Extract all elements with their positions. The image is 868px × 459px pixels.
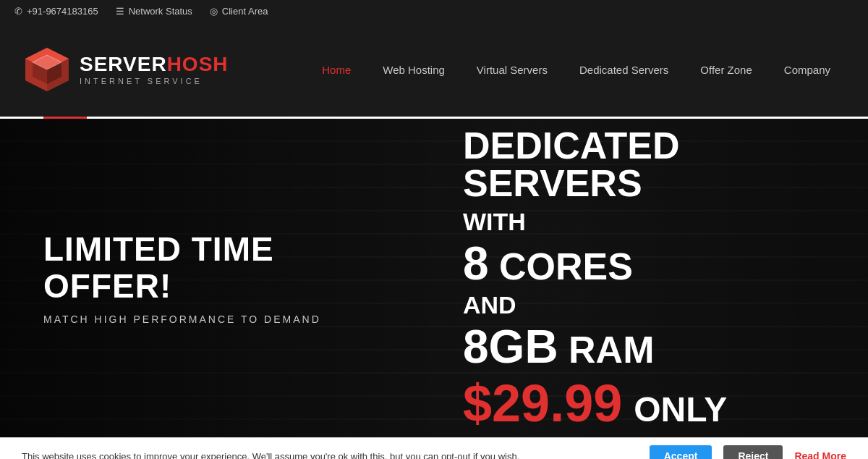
hero-content: LIMITED TIME OFFER! MATCH HIGH PERFORMAN…: [0, 119, 868, 437]
nav-company[interactable]: Company: [768, 22, 846, 117]
network-status-label: Network Status: [129, 6, 192, 17]
phone-link[interactable]: ✆ +91-9674183165: [14, 6, 98, 17]
hero-left: LIMITED TIME OFFER! MATCH HIGH PERFORMAN…: [43, 119, 405, 437]
hero-offer-title: LIMITED TIME OFFER!: [43, 231, 405, 304]
logo-name-part2: HOSH: [167, 53, 229, 75]
network-icon: ☰: [116, 6, 124, 17]
nav-home[interactable]: Home: [306, 22, 367, 117]
header: SERVERHOSH INTERNET SERVICE Home Web Hos…: [0, 22, 868, 117]
nav-offer-zone[interactable]: Offer Zone: [684, 22, 767, 117]
hero-cores: 8 CORES: [463, 240, 633, 287]
hero-ram-label: RAM: [569, 329, 654, 371]
hero-and-label: AND: [463, 291, 516, 319]
logo-name: SERVERHOSH: [80, 54, 229, 75]
cookie-message: This website uses cookies to improve you…: [22, 451, 638, 460]
cookie-read-more-link[interactable]: Read More: [794, 450, 846, 459]
nav-web-hosting[interactable]: Web Hosting: [367, 22, 461, 117]
client-area-link[interactable]: ◎ Client Area: [210, 6, 268, 17]
network-status-link[interactable]: ☰ Network Status: [116, 6, 192, 17]
hero-price-value: $29.99: [463, 377, 622, 429]
client-area-label: Client Area: [222, 6, 268, 17]
main-nav: Home Web Hosting Virtual Servers Dedicat…: [306, 22, 846, 117]
nav-virtual-servers[interactable]: Virtual Servers: [461, 22, 563, 117]
logo-icon: [22, 44, 72, 95]
hero-price: $29.99 ONLY: [463, 377, 727, 429]
phone-icon: ✆: [14, 6, 22, 17]
client-icon: ◎: [210, 6, 218, 17]
hero-cores-label: CORES: [499, 245, 633, 287]
hero-ram-num: 8GB: [463, 321, 558, 373]
cookie-reject-button[interactable]: Reject: [723, 445, 783, 459]
hero-banner: LIMITED TIME OFFER! MATCH HIGH PERFORMAN…: [0, 119, 868, 437]
hero-with-label: WITH: [463, 208, 526, 236]
topbar: ✆ +91-9674183165 ☰ Network Status ◎ Clie…: [0, 0, 868, 22]
nav-dedicated-servers[interactable]: Dedicated Servers: [563, 22, 684, 117]
logo-name-part1: SERVER: [80, 53, 167, 75]
cookie-accept-button[interactable]: Accept: [650, 445, 712, 459]
cookie-banner: This website uses cookies to improve you…: [0, 437, 868, 459]
hero-cores-num: 8: [463, 237, 489, 290]
logo[interactable]: SERVERHOSH INTERNET SERVICE: [22, 44, 229, 95]
phone-number: +91-9674183165: [27, 6, 98, 17]
hero-right: DEDICATED SERVERS WITH 8 CORES AND 8GB R…: [405, 119, 825, 437]
logo-subtitle: INTERNET SERVICE: [80, 77, 229, 85]
hero-dedicated-servers: DEDICATED SERVERS: [463, 127, 825, 202]
hero-offer-subtitle: MATCH HIGH PERFORMANCE TO DEMAND: [43, 313, 405, 325]
hero-ram: 8GB RAM: [463, 324, 654, 370]
logo-text: SERVERHOSH INTERNET SERVICE: [80, 54, 229, 85]
hero-only-label: ONLY: [634, 392, 727, 427]
